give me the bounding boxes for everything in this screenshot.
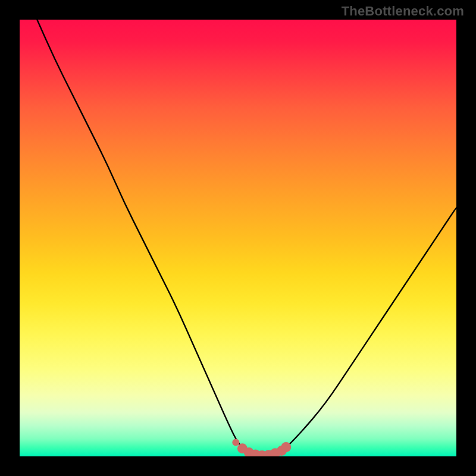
highlight-markers [232, 439, 291, 456]
watermark-text: TheBottleneck.com [342, 4, 464, 19]
bottleneck-curve [37, 20, 456, 456]
marker-point [281, 442, 291, 452]
chart-canvas: TheBottleneck.com [0, 0, 476, 476]
chart-svg [20, 20, 456, 456]
marker-point [232, 439, 239, 446]
plot-area [20, 20, 456, 456]
